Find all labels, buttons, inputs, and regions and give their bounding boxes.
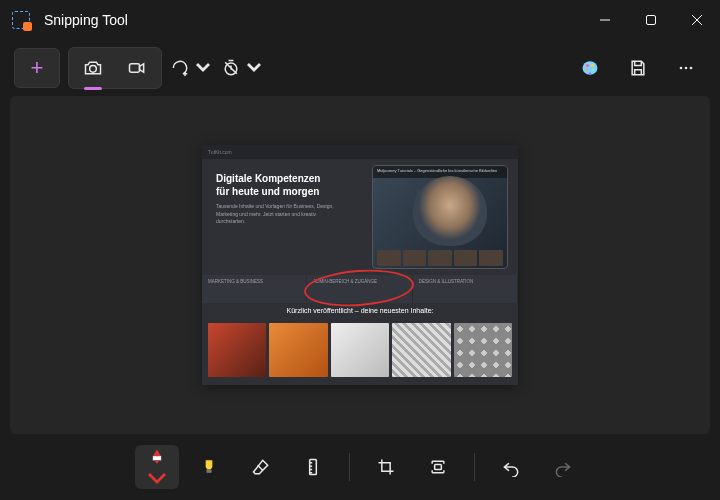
window-title: Snipping Tool — [44, 12, 128, 28]
new-snip-button[interactable]: + — [14, 48, 60, 88]
svg-rect-12 — [207, 470, 212, 473]
svg-point-8 — [585, 69, 588, 71]
chevron-down-icon — [147, 468, 167, 488]
svg-rect-14 — [435, 465, 442, 470]
svg-point-1 — [90, 66, 97, 73]
svg-point-10 — [685, 67, 688, 70]
screenshot-site-brand: TutKit.com — [202, 145, 518, 159]
screenshot-subtext: Tausende Inhalte und Vorlagen für Busine… — [216, 203, 346, 226]
snip-shape-button[interactable] — [170, 48, 213, 88]
separator — [349, 453, 350, 481]
svg-point-5 — [586, 64, 589, 67]
delay-button[interactable] — [221, 48, 264, 88]
chevron-down-icon — [193, 58, 213, 78]
title-bar: Snipping Tool — [0, 0, 720, 40]
save-button[interactable] — [618, 48, 658, 88]
svg-point-11 — [690, 67, 693, 70]
mode-segment — [68, 47, 162, 89]
more-options-button[interactable] — [666, 48, 706, 88]
screenshot-hero-thumb: Midjourney Tutorials – Gegenständliche b… — [372, 165, 508, 269]
ruler-tool-button[interactable] — [291, 445, 335, 489]
svg-point-6 — [591, 64, 594, 67]
chevron-down-icon — [244, 58, 264, 78]
maximize-button[interactable] — [628, 0, 674, 40]
captured-screenshot: TutKit.com Digitale Kompetenzen für heut… — [202, 145, 518, 385]
edit-in-paint-button[interactable] — [570, 48, 610, 88]
record-mode-button[interactable] — [115, 50, 159, 86]
snapshot-mode-button[interactable] — [71, 50, 115, 86]
screenshot-tiles — [208, 323, 512, 377]
canvas-area[interactable]: TutKit.com Digitale Kompetenzen für heut… — [10, 96, 710, 434]
annotation-circle — [303, 266, 415, 310]
undo-button[interactable] — [489, 445, 533, 489]
snipping-tool-icon — [12, 11, 30, 29]
svg-point-7 — [592, 69, 595, 71]
close-button[interactable] — [674, 0, 720, 40]
text-actions-button[interactable] — [416, 445, 460, 489]
crop-button[interactable] — [364, 445, 408, 489]
top-toolbar: + — [0, 40, 720, 96]
svg-rect-2 — [130, 64, 140, 72]
eraser-tool-button[interactable] — [239, 445, 283, 489]
svg-point-9 — [680, 67, 683, 70]
window-controls — [582, 0, 720, 40]
bottom-toolbar — [0, 434, 720, 500]
svg-rect-0 — [647, 16, 656, 25]
separator — [474, 453, 475, 481]
highlighter-tool-button[interactable] — [187, 445, 231, 489]
minimize-button[interactable] — [582, 0, 628, 40]
pen-tool-button[interactable] — [135, 445, 179, 489]
screenshot-section-title: Kürzlich veröffentlicht – deine neuesten… — [202, 307, 518, 314]
redo-button[interactable] — [541, 445, 585, 489]
